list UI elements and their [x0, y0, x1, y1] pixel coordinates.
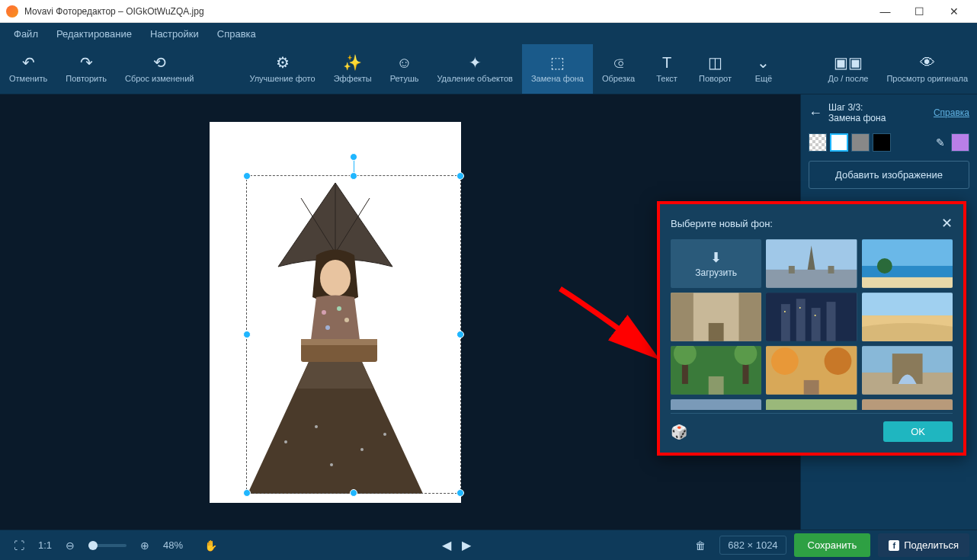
svg-rect-29 — [738, 293, 761, 341]
zoom-value: 48% — [163, 539, 183, 551]
compare-button[interactable]: 👁 Просмотр оригинала — [877, 44, 977, 94]
close-button[interactable]: ✕ — [937, 0, 971, 23]
chevron-down-icon: ⌄ — [757, 53, 770, 72]
bg-thumb-beach[interactable] — [862, 239, 953, 288]
popup-title: Выберите новый фон: — [671, 218, 773, 229]
bg-thumb-partial-3[interactable] — [862, 399, 953, 410]
zoom-in-icon[interactable]: ⊕ — [134, 536, 155, 555]
menu-edit[interactable]: Редактирование — [49, 25, 139, 43]
swatch-black[interactable] — [873, 133, 891, 152]
svg-rect-34 — [812, 308, 821, 341]
add-image-button[interactable]: Добавить изображение — [809, 161, 969, 189]
bg-thumb-alley[interactable] — [671, 293, 761, 341]
handle-tm[interactable] — [350, 172, 357, 180]
bg-thumb-forest[interactable] — [671, 346, 761, 395]
svg-rect-42 — [709, 376, 724, 395]
hand-icon[interactable]: ✋ — [198, 536, 223, 555]
more-button[interactable]: ⌄ Ещё — [741, 44, 786, 94]
title-text: Movavi Фоторедактор – OIGkOtWuZQA.jpg — [24, 6, 868, 17]
app-icon — [6, 5, 18, 18]
bg-thumb-autumn[interactable] — [766, 346, 857, 395]
svg-rect-33 — [796, 299, 806, 341]
download-icon: ⬇ — [710, 249, 722, 266]
svg-rect-23 — [862, 239, 953, 266]
crop-button[interactable]: ⟃ Обрезка — [593, 44, 644, 94]
popup-close-icon[interactable]: ✕ — [941, 215, 953, 232]
share-button[interactable]: f Поделиться — [878, 533, 969, 557]
bg-thumb-arch[interactable] — [862, 346, 953, 395]
step-info: Шаг 3/3: Замена фона — [828, 102, 927, 124]
ratio-label[interactable]: 1:1 — [38, 539, 52, 551]
rotate-button[interactable]: ◫ Поворот — [690, 44, 741, 94]
rotation-handle[interactable] — [350, 153, 357, 161]
bg-thumb-partial-1[interactable] — [671, 399, 761, 410]
swatch-gray[interactable] — [851, 133, 870, 152]
replace-bg-button[interactable]: ⬚ Замена фона — [522, 44, 593, 94]
before-after-button[interactable]: ▣▣ До / после — [818, 44, 877, 94]
undo-button[interactable]: ↶ Отменить — [0, 44, 56, 94]
svg-rect-25 — [862, 277, 953, 288]
trash-icon[interactable]: 🗑 — [689, 536, 712, 555]
eye-icon: 👁 — [920, 53, 935, 72]
enhance-icon: ⚙ — [276, 53, 290, 72]
compare-label: Просмотр оригинала — [886, 74, 968, 84]
upload-label: Загрузить — [695, 267, 737, 278]
eyedropper-icon[interactable]: ✎ — [933, 136, 948, 149]
svg-rect-32 — [781, 304, 790, 341]
handle-br[interactable] — [456, 489, 464, 497]
titlebar: Movavi Фоторедактор – OIGkOtWuZQA.jpg — … — [0, 0, 977, 23]
effects-button[interactable]: ✨ Эффекты — [325, 44, 381, 94]
menubar: Файл Редактирование Настройки Справка — [0, 23, 977, 44]
undo-icon: ↶ — [22, 53, 35, 72]
reset-icon: ⟲ — [153, 53, 166, 72]
retouch-icon: ☺ — [396, 53, 412, 72]
redo-button[interactable]: ↷ Повторить — [56, 44, 116, 94]
selection-box[interactable] — [246, 175, 461, 494]
image-canvas[interactable] — [210, 122, 461, 503]
ok-button[interactable]: OK — [883, 421, 953, 442]
svg-rect-22 — [828, 266, 834, 274]
menu-settings[interactable]: Настройки — [143, 25, 207, 43]
reset-button[interactable]: ⟲ Сброс изменений — [116, 44, 203, 94]
more-label: Ещё — [755, 74, 773, 84]
before-after-label: До / после — [828, 74, 868, 84]
maximize-button[interactable]: ☐ — [902, 0, 937, 23]
svg-rect-56 — [862, 399, 953, 410]
bg-upload-button[interactable]: ⬇ Загрузить — [671, 239, 761, 288]
bg-thumb-paris[interactable] — [766, 239, 857, 288]
enhance-button[interactable]: ⚙ Улучшение фото — [240, 44, 324, 94]
swatch-custom[interactable] — [951, 133, 969, 152]
remove-objects-button[interactable]: ✦ Удаление объектов — [428, 44, 521, 94]
handle-bl[interactable] — [243, 489, 251, 497]
prev-image-icon[interactable]: ◀ — [439, 535, 454, 555]
zoom-thumb[interactable] — [88, 541, 98, 550]
fullscreen-icon[interactable]: ⛶ — [8, 536, 30, 555]
zoom-slider[interactable] — [88, 544, 127, 547]
menu-file[interactable]: Файл — [6, 25, 46, 43]
bg-thumb-partial-2[interactable] — [766, 399, 857, 410]
svg-point-38 — [815, 315, 816, 316]
toolbar: ↶ Отменить ↷ Повторить ⟲ Сброс изменений… — [0, 44, 977, 94]
minimize-button[interactable]: — — [868, 0, 902, 23]
rotate-label: Поворот — [699, 74, 732, 84]
back-arrow-icon[interactable]: ← — [809, 105, 822, 121]
handle-bm[interactable] — [350, 489, 357, 497]
handle-ml[interactable] — [243, 331, 251, 338]
retouch-button[interactable]: ☺ Ретушь — [381, 44, 428, 94]
menu-help[interactable]: Справка — [210, 25, 264, 43]
save-button[interactable]: Сохранить — [794, 533, 871, 557]
redo-label: Повторить — [66, 74, 107, 84]
bg-thumb-desert[interactable] — [862, 293, 953, 341]
swatch-transparent[interactable] — [809, 133, 827, 152]
dice-icon[interactable]: 🎲 — [671, 424, 687, 440]
handle-tr[interactable] — [456, 172, 464, 180]
swatch-white[interactable] — [830, 133, 848, 152]
help-link[interactable]: Справка — [934, 107, 969, 118]
next-image-icon[interactable]: ▶ — [459, 535, 474, 555]
zoom-out-icon[interactable]: ⊖ — [59, 536, 81, 555]
handle-tl[interactable] — [243, 172, 251, 180]
bg-thumb-city-night[interactable] — [766, 293, 857, 341]
handle-mr[interactable] — [456, 331, 464, 338]
effects-icon: ✨ — [343, 53, 362, 72]
text-button[interactable]: T Текст — [644, 44, 690, 94]
